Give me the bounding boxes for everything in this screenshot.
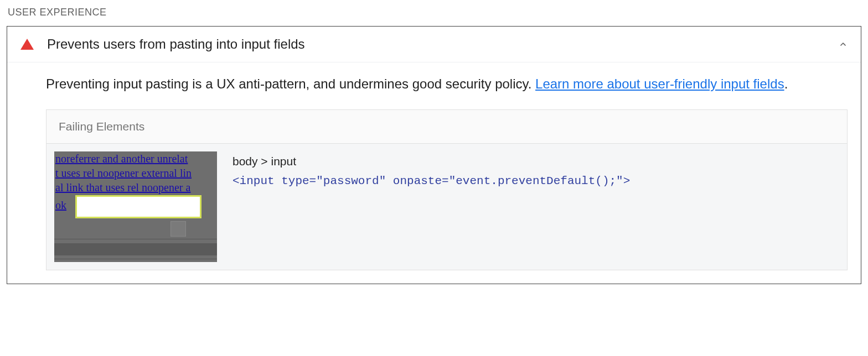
audit-body: Preventing input pasting is a UX anti-pa… (7, 62, 861, 284)
element-code-snippet: <input type="password" onpaste="event.pr… (232, 175, 839, 187)
thumb-divider (54, 259, 217, 259)
failing-elements-table: Failing Elements noreferrer and another … (46, 109, 848, 270)
thumb-bar (54, 243, 217, 255)
warning-triangle-icon (20, 39, 34, 50)
audit-description-period: . (784, 76, 788, 91)
thumb-highlight-box (75, 195, 202, 218)
learn-more-link[interactable]: Learn more about user-friendly input fie… (535, 76, 784, 91)
element-selector: body > input (232, 155, 839, 168)
section-heading: USER EXPERIENCE (8, 7, 861, 18)
audit-panel: Prevents users from pasting into input f… (7, 26, 861, 284)
thumb-ok-label: ok (55, 199, 66, 212)
audit-header[interactable]: Prevents users from pasting into input f… (7, 27, 861, 62)
broken-image-icon (170, 221, 186, 237)
thumb-text-line: t uses rel noopener external lin (54, 166, 217, 180)
thumb-text-line: al link that uses rel noopener a (54, 180, 217, 195)
audit-description-text: Preventing input pasting is a UX anti-pa… (46, 76, 535, 91)
element-code-column: body > input <input type="password" onpa… (232, 151, 839, 187)
audit-description: Preventing input pasting is a UX anti-pa… (46, 74, 848, 94)
thumb-text-line: noreferrer and another unrelat (54, 151, 217, 166)
table-row: noreferrer and another unrelat t uses re… (46, 144, 847, 270)
audit-title: Prevents users from pasting into input f… (47, 36, 839, 52)
element-thumbnail: noreferrer and another unrelat t uses re… (54, 151, 217, 262)
thumb-divider (54, 239, 217, 239)
table-header: Failing Elements (46, 110, 847, 144)
chevron-up-icon (839, 40, 848, 49)
